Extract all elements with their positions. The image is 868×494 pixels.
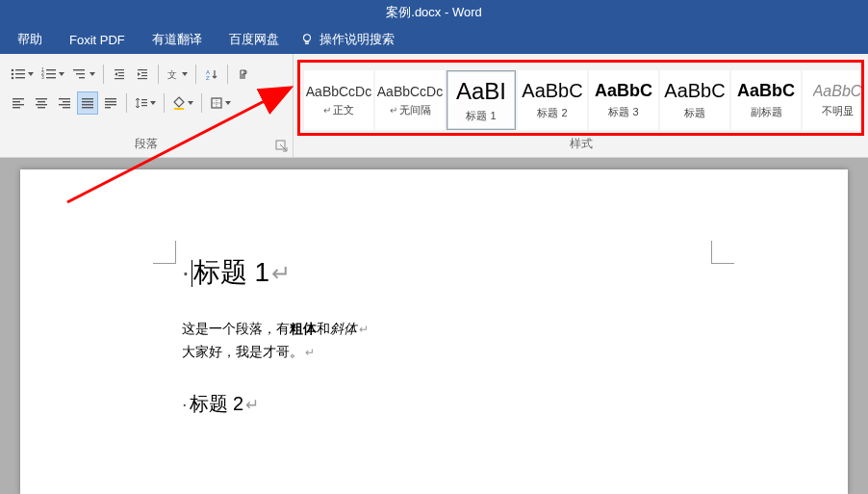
increase-indent-button[interactable] (132, 63, 153, 86)
style-name-label: 标题 2 (537, 106, 567, 120)
paragraph-mark-icon: ↵ (245, 396, 259, 414)
style-preview: AaBbC (522, 80, 582, 102)
align-center-button[interactable] (31, 91, 52, 115)
style-item-6[interactable]: AaBbC副标题 (731, 70, 801, 130)
svg-rect-21 (141, 72, 147, 73)
style-item-4[interactable]: AaBbC标题 3 (589, 70, 658, 130)
show-marks-button[interactable] (233, 63, 254, 86)
style-preview: AaBbCcDc (377, 84, 443, 99)
svg-rect-46 (105, 107, 111, 108)
separator (158, 65, 159, 84)
svg-rect-16 (115, 69, 124, 70)
tell-me-search[interactable]: 操作说明搜索 (293, 31, 395, 48)
tell-me-label: 操作说明搜索 (319, 31, 395, 48)
svg-rect-36 (63, 101, 70, 102)
svg-rect-38 (63, 107, 70, 108)
svg-point-1 (12, 69, 14, 72)
heading-marker: · (182, 257, 190, 287)
text-direction-button[interactable]: 文 (164, 63, 191, 86)
styles-gallery: AaBbCcDc↵正文AaBbCcDc↵无间隔AaBI标题 1AaBbC标题 2… (297, 60, 864, 136)
svg-text:Z: Z (206, 75, 210, 81)
svg-rect-8 (46, 69, 56, 70)
style-item-7[interactable]: AaBbC不明显 (803, 70, 864, 130)
paragraph-row-1: 123 文 AZ (8, 60, 285, 89)
style-item-5[interactable]: AaBbC标题 (660, 70, 729, 130)
svg-rect-17 (118, 72, 124, 73)
svg-rect-10 (46, 73, 56, 74)
svg-text:A: A (206, 69, 210, 75)
svg-rect-12 (46, 77, 56, 78)
heading-marker: · (182, 393, 188, 414)
menu-youdao[interactable]: 有道翻译 (139, 25, 216, 54)
style-item-0[interactable]: AaBbCcDc↵正文 (304, 70, 373, 130)
margin-corner-topleft (153, 241, 176, 264)
margin-corner-topright (711, 241, 734, 264)
paragraph-row-2 (8, 89, 285, 117)
svg-rect-6 (15, 77, 25, 78)
style-name-label: 标题 3 (608, 105, 638, 119)
svg-rect-31 (36, 98, 47, 99)
align-right-button[interactable] (54, 91, 75, 115)
align-left-button[interactable] (8, 91, 29, 115)
title-bar: 案例.docx - Word (0, 0, 868, 25)
paragraph-1[interactable]: 这是一个段落，有粗体和斜体↵ (182, 318, 686, 341)
style-item-2[interactable]: AaBI标题 1 (447, 70, 516, 130)
svg-rect-44 (105, 101, 116, 102)
svg-rect-50 (174, 108, 184, 110)
style-preview: AaBbC (664, 80, 725, 102)
numbering-button[interactable]: 123 (38, 63, 67, 86)
svg-rect-51 (212, 98, 221, 108)
svg-rect-4 (15, 73, 25, 74)
align-justify-button[interactable] (77, 91, 98, 115)
svg-rect-37 (59, 104, 70, 105)
paragraph-2[interactable]: 大家好，我是才哥。↵ (182, 341, 686, 364)
svg-rect-49 (141, 105, 147, 106)
menu-baidu[interactable]: 百度网盘 (216, 25, 293, 54)
style-preview: AaBbC (737, 81, 795, 101)
bold-text: 粗体 (290, 321, 317, 336)
svg-text:2: 2 (41, 70, 44, 76)
svg-text:3: 3 (41, 74, 44, 80)
sort-button[interactable]: AZ (201, 63, 222, 86)
style-name-label: 标题 (684, 106, 705, 120)
svg-point-3 (12, 73, 14, 76)
svg-rect-32 (38, 101, 45, 102)
svg-rect-45 (105, 104, 116, 105)
menu-bar: 帮助 Foxit PDF 有道翻译 百度网盘 操作说明搜索 (0, 25, 868, 54)
paragraph-mark-icon: ↵ (271, 260, 291, 286)
style-name-label: ↵无间隔 (390, 103, 431, 117)
heading-2[interactable]: ·标题 2↵ (182, 391, 686, 417)
menu-foxit[interactable]: Foxit PDF (56, 25, 139, 54)
svg-rect-27 (13, 98, 24, 99)
svg-rect-39 (82, 98, 93, 99)
svg-text:1: 1 (41, 67, 44, 72)
separator (195, 65, 196, 84)
decrease-indent-button[interactable] (109, 63, 130, 86)
bullets-button[interactable] (8, 63, 37, 86)
menu-help[interactable]: 帮助 (4, 25, 56, 54)
style-item-1[interactable]: AaBbCcDc↵无间隔 (375, 70, 445, 130)
line-spacing-button[interactable] (132, 91, 159, 115)
separator (227, 65, 228, 84)
shading-button[interactable] (169, 91, 196, 115)
style-preview: AaBbC (595, 81, 652, 101)
svg-rect-30 (13, 107, 20, 108)
svg-rect-29 (13, 104, 24, 105)
document-page[interactable]: ·标题 1↵ 这是一个段落，有粗体和斜体↵ 大家好，我是才哥。↵ ·标题 2↵ (20, 169, 848, 494)
style-name-label: 副标题 (751, 105, 782, 119)
paragraph-mark-icon: ↵ (305, 346, 315, 359)
svg-text:文: 文 (167, 69, 177, 80)
svg-rect-41 (82, 104, 93, 105)
svg-rect-42 (82, 107, 93, 108)
lightbulb-icon (300, 33, 314, 46)
separator (103, 65, 104, 84)
style-item-3[interactable]: AaBbC标题 2 (518, 70, 587, 130)
multilevel-list-button[interactable] (69, 63, 98, 86)
paragraph-group: 123 文 AZ (0, 54, 294, 157)
align-distributed-button[interactable] (100, 91, 121, 115)
svg-rect-14 (76, 73, 85, 74)
svg-rect-33 (36, 104, 47, 105)
heading-1[interactable]: ·标题 1↵ (182, 254, 686, 291)
borders-button[interactable] (207, 91, 234, 115)
paragraph-dialog-launcher[interactable] (275, 140, 289, 153)
